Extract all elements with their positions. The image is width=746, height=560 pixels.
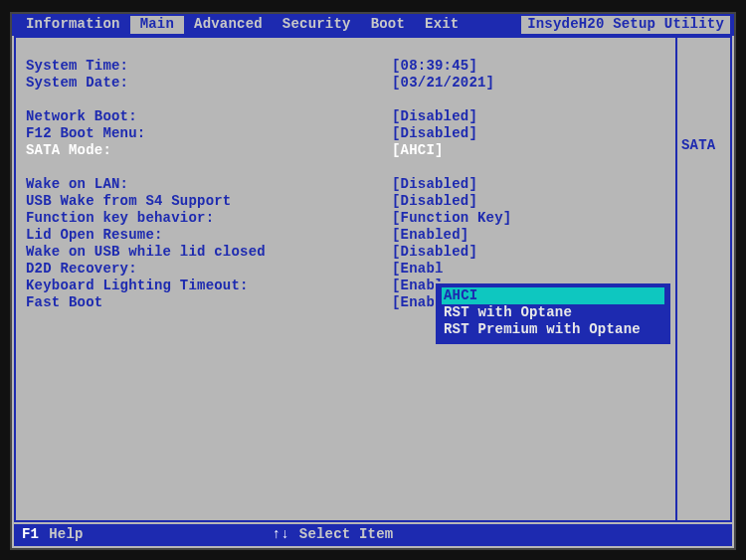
spacer	[24, 159, 667, 176]
option-rst-optane[interactable]: RST with Optane	[442, 304, 664, 321]
value-system-time: [08:39:45]	[392, 58, 477, 76]
label-kb-light-timeout: Keyboard Lighting Timeout:	[24, 278, 392, 295]
label-system-time: System Time:	[24, 58, 392, 76]
help-panel: SATA	[675, 38, 730, 520]
settings-panel: System Time: [08:39:45] System Date: [03…	[16, 38, 675, 520]
setting-system-date[interactable]: System Date: [03/21/2021]	[24, 75, 667, 92]
value-d2d-recovery: [Enabl	[392, 261, 444, 279]
label-network-boot: Network Boot:	[24, 108, 392, 126]
setting-wake-usb-lid-closed[interactable]: Wake on USB while lid closed [Disabled]	[24, 244, 667, 261]
label-help: Help	[49, 526, 83, 544]
spacer	[24, 92, 667, 108]
value-wake-on-lan: [Disabled]	[392, 176, 477, 194]
footer-bar: F1 Help ↑↓ Select Item	[14, 524, 732, 546]
tab-main[interactable]: Main	[130, 16, 184, 34]
label-f12-boot-menu: F12 Boot Menu:	[24, 125, 392, 143]
value-network-boot: [Disabled]	[392, 108, 477, 126]
label-fast-boot: Fast Boot	[24, 294, 392, 312]
label-wake-on-lan: Wake on LAN:	[24, 176, 392, 194]
tab-boot[interactable]: Boot	[361, 16, 415, 34]
setting-wake-on-lan[interactable]: Wake on LAN: [Disabled]	[24, 176, 667, 193]
menu-bar: Information Main Advanced Security Boot …	[12, 14, 734, 36]
label-d2d-recovery: D2D Recovery:	[24, 261, 392, 279]
setting-d2d-recovery[interactable]: D2D Recovery: [Enabl	[24, 261, 667, 278]
value-wake-usb-lid-closed: [Disabled]	[392, 244, 477, 262]
tab-exit[interactable]: Exit	[415, 16, 468, 34]
setting-network-boot[interactable]: Network Boot: [Disabled]	[24, 108, 667, 125]
setting-sata-mode[interactable]: SATA Mode: [AHCI]	[24, 142, 667, 159]
setting-fn-key-behavior[interactable]: Function key behavior: [Function Key]	[24, 210, 667, 227]
tab-advanced[interactable]: Advanced	[184, 16, 273, 34]
setting-system-time[interactable]: System Time: [08:39:45]	[24, 58, 667, 75]
tab-security[interactable]: Security	[273, 16, 361, 34]
label-select-item: Select Item	[299, 526, 394, 544]
label-system-date: System Date:	[24, 75, 392, 93]
setting-f12-boot-menu[interactable]: F12 Boot Menu: [Disabled]	[24, 125, 667, 142]
key-f1: F1	[22, 526, 39, 544]
setting-lid-open-resume[interactable]: Lid Open Resume: [Enabled]	[24, 227, 667, 244]
help-text: SATA	[681, 137, 715, 153]
label-usb-wake-s4: USB Wake from S4 Support	[24, 193, 392, 211]
value-fn-key-behavior: [Function Key]	[392, 210, 511, 228]
value-system-date: [03/21/2021]	[392, 75, 494, 93]
label-sata-mode: SATA Mode:	[24, 142, 392, 160]
label-lid-open-resume: Lid Open Resume:	[24, 227, 392, 245]
tab-information[interactable]: Information	[16, 16, 130, 34]
bios-screen: Information Main Advanced Security Boot …	[10, 12, 736, 550]
sata-mode-dropdown[interactable]: AHCI RST with Optane RST Premium with Op…	[434, 281, 672, 346]
value-lid-open-resume: [Enabled]	[392, 227, 468, 245]
hint-help: F1 Help	[22, 526, 84, 544]
value-usb-wake-s4: [Disabled]	[392, 193, 477, 211]
option-ahci[interactable]: AHCI	[442, 287, 664, 304]
hint-select: ↑↓ Select Item	[273, 526, 394, 544]
value-sata-mode: [AHCI]	[392, 142, 444, 160]
bios-brand: InsydeH20 Setup Utility	[521, 16, 730, 34]
key-arrows: ↑↓	[273, 526, 289, 544]
label-fn-key-behavior: Function key behavior:	[24, 210, 392, 228]
label-wake-usb-lid-closed: Wake on USB while lid closed	[24, 244, 392, 262]
content-frame: System Time: [08:39:45] System Date: [03…	[14, 36, 732, 522]
value-f12-boot-menu: [Disabled]	[392, 125, 477, 143]
setting-usb-wake-s4[interactable]: USB Wake from S4 Support [Disabled]	[24, 193, 667, 210]
option-rst-premium[interactable]: RST Premium with Optane	[442, 321, 664, 338]
